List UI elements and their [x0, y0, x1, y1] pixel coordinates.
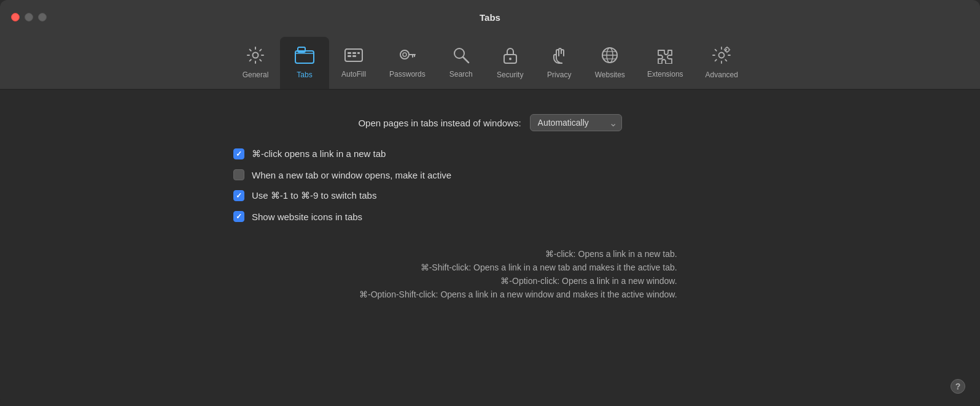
checkbox-new-tab-active-box[interactable] — [233, 169, 244, 180]
open-pages-select-wrapper: Never Automatically Always ⌄ — [530, 114, 622, 131]
lock-icon — [502, 46, 518, 67]
key-icon — [399, 47, 416, 67]
help-button[interactable]: ? — [951, 379, 965, 394]
tab-autofill[interactable]: AutoFill — [329, 37, 378, 89]
checkboxes-section: ⌘-click opens a link in a new tab When a… — [233, 148, 451, 222]
main-window: Tabs General Tabs — [0, 0, 980, 406]
checkbox-cmd-number-box[interactable] — [233, 190, 244, 201]
advanced-gear-icon — [712, 46, 731, 67]
tab-search-label: Search — [449, 70, 473, 79]
tab-general-label: General — [243, 71, 269, 79]
tabs-icon — [294, 46, 315, 67]
tab-passwords-label: Passwords — [389, 70, 426, 79]
help-key-2: ⌘-Option-click: — [424, 276, 559, 286]
tab-websites-label: Websites — [595, 71, 625, 79]
tab-search[interactable]: Search — [437, 37, 486, 89]
svg-line-17 — [463, 57, 469, 63]
help-desc-3: Opens a link in a new window and makes i… — [438, 289, 677, 299]
tab-security[interactable]: Security — [486, 37, 535, 89]
checkbox-cmd-click-label: ⌘-click opens a link in a new tab — [252, 148, 386, 159]
checkbox-new-tab-active[interactable]: When a new tab or window opens, make it … — [233, 169, 451, 180]
tab-privacy-label: Privacy — [547, 71, 571, 79]
puzzle-icon — [656, 47, 674, 67]
svg-rect-4 — [348, 52, 351, 54]
minimize-button[interactable] — [25, 13, 33, 21]
checkbox-cmd-click-box[interactable] — [233, 148, 244, 159]
maximize-button[interactable] — [38, 13, 47, 21]
help-key-1: ⌘-Shift-click: — [336, 262, 471, 272]
help-desc-1: Opens a link in a new tab and makes it t… — [471, 262, 677, 272]
tab-tabs-label: Tabs — [297, 71, 312, 79]
svg-point-19 — [509, 58, 511, 60]
gear-icon — [246, 46, 265, 67]
svg-rect-6 — [357, 52, 360, 54]
tab-privacy[interactable]: Privacy — [535, 37, 584, 89]
globe-icon — [601, 46, 619, 67]
tab-advanced-label: Advanced — [706, 71, 738, 79]
checkbox-cmd-click[interactable]: ⌘-click opens a link in a new tab — [233, 148, 451, 159]
help-text-section: ⌘-click: Opens a link in a new tab. ⌘-Sh… — [303, 249, 677, 299]
open-pages-setting: Open pages in tabs instead of windows: N… — [358, 114, 621, 131]
checkbox-cmd-number[interactable]: Use ⌘-1 to ⌘-9 to switch tabs — [233, 190, 451, 201]
help-key-0: ⌘-click: — [441, 249, 576, 259]
checkbox-website-icons[interactable]: Show website icons in tabs — [233, 211, 451, 222]
autofill-icon — [344, 47, 364, 67]
close-button[interactable] — [11, 13, 20, 21]
search-icon — [453, 47, 470, 67]
tab-advanced[interactable]: Advanced — [694, 37, 749, 89]
tab-general[interactable]: General — [231, 37, 280, 89]
checkbox-website-icons-box[interactable] — [233, 211, 244, 222]
help-desc-0: Opens a link in a new tab. — [576, 249, 677, 259]
svg-point-0 — [253, 52, 259, 58]
help-row-0: ⌘-click: Opens a link in a new tab. — [441, 249, 677, 259]
checkbox-new-tab-active-label: When a new tab or window opens, make it … — [252, 170, 451, 180]
content-area: Open pages in tabs instead of windows: N… — [0, 90, 980, 406]
tab-autofill-label: AutoFill — [341, 70, 366, 79]
tab-websites[interactable]: Websites — [584, 37, 636, 89]
window-title: Tabs — [480, 12, 500, 23]
open-pages-label: Open pages in tabs instead of windows: — [358, 118, 521, 128]
help-key-3: ⌘-Option-Shift-click: — [303, 289, 438, 299]
traffic-lights — [11, 13, 47, 21]
tab-extensions[interactable]: Extensions — [636, 37, 694, 89]
checkbox-cmd-number-label: Use ⌘-1 to ⌘-9 to switch tabs — [252, 190, 376, 201]
svg-point-11 — [400, 50, 409, 59]
hand-icon — [551, 46, 567, 67]
svg-point-12 — [403, 53, 406, 56]
help-row-2: ⌘-Option-click: Opens a link in a new wi… — [424, 276, 677, 286]
tab-passwords[interactable]: Passwords — [378, 37, 437, 89]
svg-rect-7 — [348, 55, 351, 57]
titlebar: Tabs — [0, 0, 980, 34]
help-row-3: ⌘-Option-Shift-click: Opens a link in a … — [303, 289, 677, 299]
checkbox-website-icons-label: Show website icons in tabs — [252, 212, 362, 222]
help-desc-2: Opens a link in a new window. — [559, 276, 677, 286]
help-row-1: ⌘-Shift-click: Opens a link in a new tab… — [336, 262, 677, 272]
svg-point-25 — [719, 52, 725, 58]
svg-rect-8 — [352, 55, 356, 57]
tab-extensions-label: Extensions — [647, 70, 683, 79]
svg-rect-1 — [295, 51, 314, 63]
toolbar: General Tabs — [0, 34, 980, 90]
svg-rect-5 — [352, 52, 356, 54]
tab-security-label: Security — [497, 71, 523, 79]
open-pages-select[interactable]: Never Automatically Always — [530, 114, 622, 131]
tab-tabs[interactable]: Tabs — [280, 37, 329, 89]
